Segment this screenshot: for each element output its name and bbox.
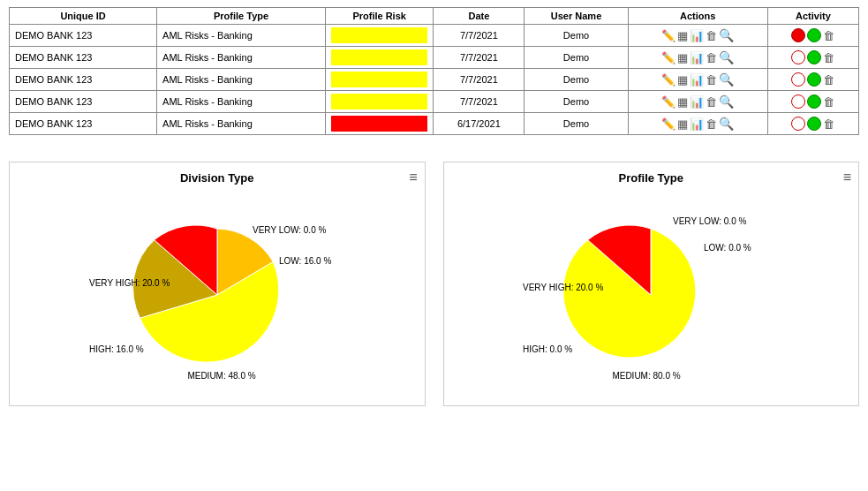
edit-icon[interactable]: ✏️ (661, 29, 676, 42)
activity-green-circle[interactable] (807, 94, 821, 109)
edit-icon[interactable]: ✏️ (661, 51, 676, 64)
activity-red-empty-circle[interactable] (791, 94, 805, 109)
cell-profile-type: AML Risks - Banking (157, 113, 326, 135)
cell-user-name: Demo (525, 91, 628, 113)
cell-user-name: Demo (525, 113, 628, 135)
col-header-actions: Actions (628, 8, 767, 25)
div-label-low: LOW: 16.0 % (279, 256, 331, 266)
search-icon[interactable]: 🔍 (719, 94, 734, 109)
search-icon[interactable]: 🔍 (719, 117, 734, 131)
cell-user-name: Demo (525, 47, 628, 69)
charts-section: Division Type ≡ (0, 162, 868, 406)
activity-red-empty-circle[interactable] (791, 72, 805, 87)
cell-activity: 🗑 (767, 25, 858, 47)
table-icon[interactable]: ▦ (677, 73, 688, 87)
profile-chart-menu[interactable]: ≡ (843, 170, 851, 185)
cell-date: 7/7/2021 (434, 91, 525, 113)
cell-profile-risk (325, 47, 433, 69)
table-row: DEMO BANK 123AML Risks - Banking6/17/202… (10, 113, 859, 135)
table-icon[interactable]: ▦ (677, 29, 688, 42)
cell-unique-id: DEMO BANK 123 (10, 47, 157, 69)
table-row: DEMO BANK 123AML Risks - Banking7/7/2021… (10, 69, 859, 91)
cell-unique-id: DEMO BANK 123 (10, 69, 157, 91)
chart-icon[interactable]: 📊 (690, 73, 704, 87)
edit-icon[interactable]: ✏️ (661, 117, 676, 131)
search-icon[interactable]: 🔍 (719, 28, 734, 42)
division-pie-svg: VERY LOW: 0.0 % LOW: 16.0 % MEDIUM: 48.0… (85, 198, 350, 383)
division-pie-area: VERY LOW: 0.0 % LOW: 16.0 % MEDIUM: 48.0… (19, 193, 416, 388)
cell-user-name: Demo (525, 69, 628, 91)
col-header-activity: Activity (767, 8, 858, 25)
division-chart-menu[interactable]: ≡ (409, 170, 417, 185)
activity-trash-icon[interactable]: 🗑 (823, 95, 834, 109)
profile-pie-svg: VERY LOW: 0.0 % LOW: 0.0 % MEDIUM: 80.0 … (518, 198, 783, 383)
cell-date: 7/7/2021 (434, 69, 525, 91)
cell-unique-id: DEMO BANK 123 (10, 25, 157, 47)
activity-trash-icon[interactable]: 🗑 (823, 73, 834, 87)
activity-red-circle[interactable] (791, 28, 805, 42)
activity-green-circle[interactable] (807, 28, 821, 42)
cell-profile-risk (325, 25, 433, 47)
activity-trash-icon[interactable]: 🗑 (823, 29, 834, 42)
chart-icon[interactable]: 📊 (690, 117, 704, 131)
delete-icon[interactable]: 🗑 (706, 117, 717, 131)
activity-red-empty-circle[interactable] (791, 117, 805, 131)
table-row: DEMO BANK 123AML Risks - Banking7/7/2021… (10, 91, 859, 113)
delete-icon[interactable]: 🗑 (706, 95, 717, 109)
prof-label-very-low: VERY LOW: 0.0 % (673, 216, 746, 226)
chart-icon[interactable]: 📊 (690, 51, 704, 64)
chart-icon[interactable]: 📊 (690, 29, 704, 42)
col-header-unique-id: Unique ID (10, 8, 157, 25)
cell-user-name: Demo (525, 25, 628, 47)
division-chart-title: Division Type (19, 171, 416, 185)
cell-activity: 🗑 (767, 91, 858, 113)
edit-icon[interactable]: ✏️ (661, 73, 676, 87)
div-label-high: HIGH: 16.0 % (89, 344, 144, 354)
cell-profile-risk (325, 91, 433, 113)
search-icon[interactable]: 🔍 (719, 72, 734, 87)
cell-profile-type: AML Risks - Banking (157, 25, 326, 47)
search-icon[interactable]: 🔍 (719, 50, 734, 64)
cell-actions: ✏️ ▦ 📊 🗑 🔍 (628, 25, 767, 47)
cell-profile-type: AML Risks - Banking (157, 47, 326, 69)
cell-date: 6/17/2021 (434, 113, 525, 135)
prof-label-low: LOW: 0.0 % (704, 243, 751, 253)
prof-label-very-high: VERY HIGH: 20.0 % (523, 283, 603, 292)
cell-activity: 🗑 (767, 113, 858, 135)
col-header-profile-type: Profile Type (157, 8, 326, 25)
col-header-date: Date (434, 8, 525, 25)
prof-label-medium: MEDIUM: 80.0 % (613, 371, 681, 381)
activity-trash-icon[interactable]: 🗑 (823, 51, 834, 64)
table-row: DEMO BANK 123AML Risks - Banking7/7/2021… (10, 25, 859, 47)
col-header-profile-risk: Profile Risk (325, 8, 433, 25)
division-chart-container: Division Type ≡ (9, 162, 426, 406)
cell-date: 7/7/2021 (434, 47, 525, 69)
cell-profile-risk (325, 113, 433, 135)
edit-icon[interactable]: ✏️ (661, 95, 676, 109)
cell-unique-id: DEMO BANK 123 (10, 91, 157, 113)
activity-green-circle[interactable] (807, 50, 821, 64)
table-icon[interactable]: ▦ (677, 95, 688, 109)
prof-label-high: HIGH: 0.0 % (523, 344, 572, 354)
delete-icon[interactable]: 🗑 (706, 51, 717, 64)
activity-green-circle[interactable] (807, 72, 821, 87)
profile-chart-title: Profile Type (453, 171, 850, 185)
cell-actions: ✏️ ▦ 📊 🗑 🔍 (628, 113, 767, 135)
main-table: Unique ID Profile Type Profile Risk Date… (9, 7, 859, 135)
div-label-medium: MEDIUM: 48.0 % (187, 371, 255, 381)
activity-red-empty-circle[interactable] (791, 50, 805, 64)
delete-icon[interactable]: 🗑 (706, 29, 717, 42)
chart-icon[interactable]: 📊 (690, 95, 704, 109)
activity-green-circle[interactable] (807, 117, 821, 131)
table-section: Unique ID Profile Type Profile Risk Date… (0, 0, 868, 135)
cell-date: 7/7/2021 (434, 25, 525, 47)
table-icon[interactable]: ▦ (677, 117, 688, 131)
table-icon[interactable]: ▦ (677, 51, 688, 64)
cell-actions: ✏️ ▦ 📊 🗑 🔍 (628, 91, 767, 113)
cell-unique-id: DEMO BANK 123 (10, 113, 157, 135)
cell-actions: ✏️ ▦ 📊 🗑 🔍 (628, 69, 767, 91)
cell-actions: ✏️ ▦ 📊 🗑 🔍 (628, 47, 767, 69)
profile-pie-area: VERY LOW: 0.0 % LOW: 0.0 % MEDIUM: 80.0 … (453, 193, 850, 388)
delete-icon[interactable]: 🗑 (706, 73, 717, 87)
activity-trash-icon[interactable]: 🗑 (823, 117, 834, 131)
